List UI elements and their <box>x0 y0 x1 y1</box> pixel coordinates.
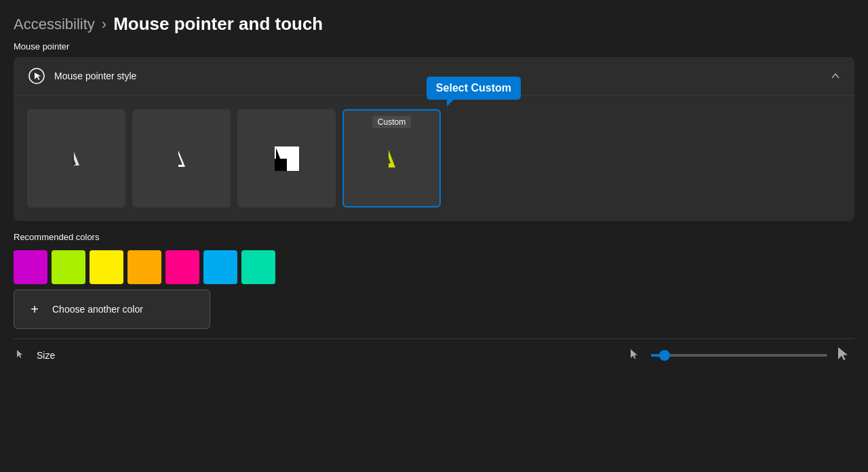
pointer-option-white[interactable] <box>27 109 125 208</box>
color-swatch-teal[interactable] <box>241 250 275 284</box>
breadcrumb-separator: › <box>102 16 106 33</box>
size-label: Size <box>37 350 55 361</box>
choose-color-label: Choose another color <box>52 304 143 315</box>
color-swatch-pink[interactable] <box>165 250 199 284</box>
pointer-style-icon <box>27 66 46 85</box>
mouse-pointer-card: Mouse pointer style Custom <box>14 57 854 221</box>
pointer-options: Custom Select Custom <box>14 96 854 221</box>
cursor-large-size-icon <box>835 346 854 365</box>
size-section: Size <box>14 338 854 372</box>
color-swatch-lime[interactable] <box>52 250 85 284</box>
choose-another-color-button[interactable]: + Choose another color <box>14 290 210 329</box>
color-swatch-cyan[interactable] <box>203 250 237 284</box>
white-cursor-icon <box>74 152 79 165</box>
color-swatches <box>14 250 854 284</box>
custom-option-label: Custom <box>372 116 411 128</box>
header: Accessibility › Mouse pointer and touch <box>0 0 868 41</box>
mouse-pointer-section-label: Mouse pointer <box>0 41 868 57</box>
bw-cursor-icon <box>275 146 299 171</box>
recommended-colors-label: Recommended colors <box>14 232 854 242</box>
chevron-up-icon[interactable] <box>830 71 841 81</box>
size-slider-track[interactable] <box>651 354 827 357</box>
color-swatch-magenta[interactable] <box>14 250 47 284</box>
size-cursor-small-icon <box>14 348 28 363</box>
bw-cursor-arrow <box>276 148 281 160</box>
size-slider-area <box>66 346 854 365</box>
pointer-option-outline[interactable] <box>132 109 231 208</box>
breadcrumb-current: Mouse pointer and touch <box>113 14 323 35</box>
pointer-option-custom[interactable]: Custom Select Custom <box>342 109 441 208</box>
bw-cursor-block <box>275 146 299 171</box>
select-custom-tooltip: Select Custom <box>427 77 521 100</box>
custom-cursor-icon <box>389 150 395 168</box>
color-swatch-yellow[interactable] <box>90 250 123 284</box>
color-swatch-orange[interactable] <box>127 250 161 284</box>
card-title: Mouse pointer style <box>54 71 136 81</box>
size-slider-thumb[interactable] <box>659 350 670 361</box>
recommended-colors-section: Recommended colors + Choose another colo… <box>14 232 854 329</box>
custom-cursor-arrow <box>389 150 395 168</box>
card-header-left: Mouse pointer style <box>27 66 136 85</box>
outline-cursor-icon <box>178 151 185 167</box>
plus-icon: + <box>25 300 44 319</box>
cursor-small-size-icon <box>628 348 643 363</box>
pointer-option-bw[interactable] <box>237 109 336 208</box>
breadcrumb-parent[interactable]: Accessibility <box>14 16 95 33</box>
